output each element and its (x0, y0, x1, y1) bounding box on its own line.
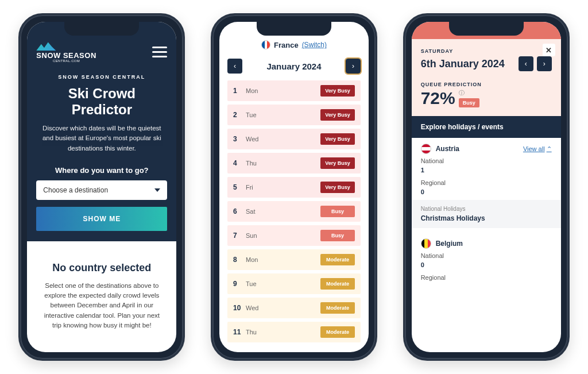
day-of-week: SATURDAY (421, 48, 552, 54)
regional-label: Regional (412, 178, 561, 187)
hero-title: Ski Crowd Predictor (36, 86, 167, 118)
busy-badge: Busy (459, 98, 479, 107)
day-of-week-short: Wed (246, 304, 258, 311)
belgium-flag-icon (421, 238, 431, 249)
notch (257, 22, 331, 36)
info-icon[interactable]: ⓘ (459, 89, 465, 97)
phone-1: SNOW SEASON CENTRAL.COM SNOW SEASON CENT… (18, 13, 185, 361)
day-row[interactable]: 7SunBusy (227, 225, 361, 246)
next-day-button[interactable]: › (537, 56, 552, 71)
phone-3: ✕ SATURDAY 6th January 2024 ‹ › QUEUE PR… (403, 13, 570, 361)
day-row[interactable]: 8MonModerate (227, 249, 361, 270)
switch-country-link[interactable]: (Switch) (302, 41, 327, 49)
empty-state-card: No country selected Select one of the de… (33, 250, 171, 330)
chevron-right-icon: › (543, 60, 546, 68)
day-of-week-short: Thu (246, 160, 257, 167)
crowd-badge: Moderate (320, 302, 355, 314)
crowd-badge: Very Busy (320, 85, 355, 97)
crowd-badge: Moderate (320, 278, 355, 290)
country-row[interactable]: AustriaView all ⌃ (412, 138, 561, 156)
day-detail-header: ✕ SATURDAY 6th January 2024 ‹ › QUEUE PR… (412, 39, 561, 116)
day-of-week-short: Sun (246, 232, 257, 239)
crowd-badge: Very Busy (320, 182, 355, 193)
country-row[interactable]: Belgium (412, 233, 561, 251)
crowd-badge: Moderate (320, 326, 355, 338)
prev-month-button[interactable]: ‹ (227, 59, 242, 74)
day-row[interactable]: 3WedVery Busy (227, 129, 361, 149)
notch (64, 22, 139, 36)
crowd-badge: Busy (320, 230, 355, 241)
show-me-button[interactable]: SHOW ME (36, 207, 167, 231)
view-all-link[interactable]: View all ⌃ (523, 145, 552, 153)
hero-section: SNOW SEASON CENTRAL.COM SNOW SEASON CENT… (27, 22, 176, 241)
day-row[interactable]: 11ThuModerate (227, 322, 361, 342)
close-icon: ✕ (546, 46, 552, 55)
screen-2: France (Switch) ‹ January 2024 › 1MonVer… (219, 22, 369, 352)
screen-3: ✕ SATURDAY 6th January 2024 ‹ › QUEUE PR… (412, 22, 561, 352)
day-row[interactable]: 9TueModerate (227, 273, 361, 294)
chevron-right-icon: › (352, 62, 354, 70)
country-name: Austria (436, 145, 459, 153)
day-number: 11 (233, 328, 241, 336)
day-number: 6 (233, 207, 241, 215)
current-month-label: January 2024 (266, 61, 321, 71)
holiday-detail-label: National Holidays (421, 206, 552, 212)
country-name: Belgium (436, 240, 463, 248)
day-number: 7 (233, 232, 241, 240)
brand-logo[interactable]: SNOW SEASON CENTRAL.COM (36, 41, 96, 63)
day-list: 1MonVery Busy2TueVery Busy3WedVery Busy4… (219, 80, 369, 342)
destination-select[interactable]: Choose a destination (36, 180, 167, 200)
day-number: 2 (233, 111, 241, 119)
crowd-badge: Busy (320, 206, 355, 217)
hero-description: Discover which dates will be the quietes… (36, 124, 167, 153)
national-label: National (412, 251, 561, 260)
chevron-up-icon: ⌃ (547, 145, 552, 153)
brand-line2: CENTRAL.COM (36, 59, 96, 63)
day-of-week-short: Tue (246, 280, 257, 287)
day-row[interactable]: 5FriVery Busy (227, 177, 361, 198)
month-navigation: ‹ January 2024 › (219, 54, 369, 80)
hamburger-menu-icon[interactable] (152, 47, 167, 57)
app-header: SNOW SEASON CENTRAL.COM (36, 41, 167, 63)
holiday-detail-value: Christmas Holidays (421, 214, 552, 222)
day-number: 1 (233, 87, 241, 95)
day-of-week-short: Mon (246, 256, 258, 263)
screen-1: SNOW SEASON CENTRAL.COM SNOW SEASON CENT… (27, 22, 176, 352)
austria-flag-icon (421, 144, 431, 154)
day-number: 9 (233, 280, 241, 288)
day-row[interactable]: 2TueVery Busy (227, 105, 361, 125)
day-of-week-short: Thu (246, 329, 257, 336)
queue-prediction-label: QUEUE PREDICTION (421, 82, 552, 87)
crowd-badge: Very Busy (320, 133, 355, 145)
day-number: 10 (233, 304, 241, 312)
next-month-button[interactable]: › (346, 59, 361, 74)
mountain-icon (36, 41, 56, 51)
day-row[interactable]: 4ThuVery Busy (227, 153, 361, 173)
brand-line1: SNOW SEASON (36, 52, 96, 59)
crowd-badge: Very Busy (320, 157, 355, 169)
regional-label: Regional (412, 273, 561, 282)
national-count: 0 (412, 260, 561, 269)
notch (449, 22, 524, 36)
chevron-left-icon: ‹ (234, 62, 236, 70)
day-of-week-short: Wed (246, 136, 258, 142)
national-count: 1 (412, 165, 561, 175)
phone-2: France (Switch) ‹ January 2024 › 1MonVer… (211, 13, 377, 361)
hero-subtitle: SNOW SEASON CENTRAL (36, 74, 167, 80)
day-number: 3 (233, 135, 241, 143)
day-of-week-short: Sat (246, 208, 256, 215)
day-of-week-short: Mon (246, 87, 258, 94)
destination-label: Where do you want to go? (36, 166, 167, 175)
prev-day-button[interactable]: ‹ (519, 56, 533, 71)
day-of-week-short: Tue (246, 111, 257, 118)
country-name: France (274, 41, 299, 49)
full-date: 6th January 2024 (421, 58, 505, 70)
empty-state-body: Select one of the destinations above to … (41, 281, 163, 330)
day-row[interactable]: 6SatBusy (227, 201, 361, 222)
close-button[interactable]: ✕ (543, 44, 555, 56)
day-row[interactable]: 1MonVery Busy (227, 80, 361, 101)
chevron-left-icon: ‹ (525, 60, 527, 68)
destination-select-placeholder: Choose a destination (43, 186, 108, 194)
france-flag-icon (261, 40, 270, 49)
day-row[interactable]: 10WedModerate (227, 298, 361, 318)
